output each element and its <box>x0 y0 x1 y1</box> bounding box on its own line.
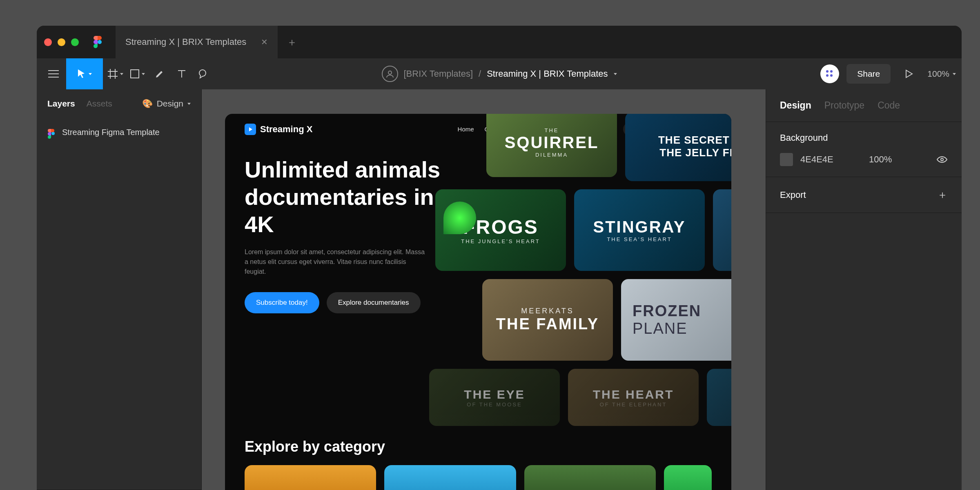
workspace: Layers Assets 🎨 Design Streaming Figma T… <box>37 89 962 490</box>
hero-body: Lorem ipsum dolor sit amet, consectetur … <box>245 247 428 277</box>
svg-point-14 <box>826 74 829 77</box>
tile-partial-2[interactable] <box>707 369 731 426</box>
category-card[interactable] <box>524 465 656 490</box>
cta-subscribe-button[interactable]: Subscribe today! <box>245 292 319 313</box>
text-tool[interactable] <box>172 64 191 83</box>
chevron-down-icon[interactable] <box>614 73 617 75</box>
add-export-icon[interactable]: ＋ <box>937 188 948 202</box>
figma-app-window: Streaming X | BRIX Templates ✕ ＋ <box>37 26 962 490</box>
play-icon <box>245 124 256 135</box>
file-tab[interactable]: Streaming X | BRIX Templates ✕ <box>116 26 278 58</box>
minimize-window-icon[interactable] <box>58 38 65 46</box>
tab-layers[interactable]: Layers <box>47 99 75 109</box>
palette-icon: 🎨 <box>142 99 153 109</box>
svg-rect-8 <box>131 70 139 78</box>
hero-title: Unlimited animals documentaries in 4K <box>245 156 465 238</box>
menu-icon[interactable] <box>44 64 63 83</box>
svg-point-15 <box>830 74 833 77</box>
page-selector[interactable]: 🎨 Design <box>142 99 191 109</box>
tile-stingray[interactable]: STINGRAY THE SEA'S HEART <box>574 189 705 271</box>
maximize-window-icon[interactable] <box>71 38 79 46</box>
tab-prototype[interactable]: Prototype <box>824 100 864 111</box>
background-label: Background <box>780 133 948 143</box>
present-icon[interactable] <box>900 64 918 83</box>
title-bar: Streaming X | BRIX Templates ✕ ＋ <box>37 26 962 58</box>
breadcrumb[interactable]: [BRIX Templates] / Streaming X | BRIX Te… <box>381 66 617 82</box>
left-panel: Layers Assets 🎨 Design Streaming Figma T… <box>37 89 202 490</box>
shape-tool[interactable] <box>128 64 147 83</box>
hero-section: Unlimited animals documentaries in 4K Lo… <box>225 136 731 438</box>
layer-row[interactable]: Streaming Figma Template <box>47 124 191 141</box>
svg-point-0 <box>98 40 102 44</box>
svg-point-12 <box>826 70 829 73</box>
left-panel-tabs: Layers Assets 🎨 Design <box>37 89 201 118</box>
svg-point-13 <box>830 70 833 73</box>
color-hex-input[interactable]: 4E4E4E <box>800 154 862 165</box>
tile-eye[interactable]: THE EYE OF THE MOOSE <box>429 369 560 426</box>
nav-home[interactable]: Home <box>458 126 474 133</box>
file-tab-title: Streaming X | BRIX Templates <box>125 37 246 47</box>
tile-partial-1[interactable] <box>713 189 731 271</box>
close-tab-icon[interactable]: ✕ <box>261 37 268 47</box>
visibility-toggle-icon[interactable] <box>936 155 948 164</box>
tab-code[interactable]: Code <box>878 100 900 111</box>
category-row <box>245 465 712 490</box>
comment-tool[interactable] <box>194 64 213 83</box>
frog-graphic <box>443 202 476 234</box>
user-avatar[interactable] <box>820 64 839 83</box>
team-avatar-icon <box>381 66 398 82</box>
inspector-panel: Design Prototype Code Background 4E4E4E … <box>766 89 962 490</box>
close-window-icon[interactable] <box>44 38 52 46</box>
tile-meerkats[interactable]: MEERKATS THE FAMILY <box>482 279 613 361</box>
breadcrumb-project: [BRIX Templates] <box>403 69 473 79</box>
move-tool[interactable] <box>66 58 103 89</box>
component-icon <box>47 128 56 137</box>
tile-squirrel[interactable]: THE SQUIRREL DILEMMA <box>486 114 617 177</box>
site-logo[interactable]: Streaming X <box>245 124 312 135</box>
canvas[interactable]: Streaming X Home Categories Documentarie… <box>202 89 766 490</box>
tab-design[interactable]: Design <box>780 100 811 111</box>
tile-frozen[interactable]: FROZEN PLANE <box>621 279 731 361</box>
layer-name: Streaming Figma Template <box>62 128 160 137</box>
category-card[interactable] <box>384 465 516 490</box>
explore-heading: Explore by category <box>245 438 712 455</box>
color-opacity-input[interactable]: 100% <box>869 154 902 165</box>
explore-section: Explore by category <box>225 438 731 490</box>
zoom-level[interactable]: 100% <box>927 69 956 79</box>
tile-elephant[interactable]: THE HEART OF THE ELEPHANT <box>568 369 699 426</box>
inspector-tabs: Design Prototype Code <box>766 89 962 122</box>
cta-explore-button[interactable]: Explore documentaries <box>327 292 421 313</box>
tile-jellyfish[interactable]: THE SECRET OF THE JELLY FISH <box>625 114 731 181</box>
tile-frogs[interactable]: FROGS THE JUNGLE'S HEART <box>435 189 566 271</box>
background-section: Background 4E4E4E 100% <box>766 122 962 177</box>
main-toolbar: [BRIX Templates] / Streaming X | BRIX Te… <box>37 58 962 89</box>
pen-tool[interactable] <box>150 64 169 83</box>
svg-point-11 <box>388 71 391 74</box>
export-label: Export <box>780 190 806 200</box>
breadcrumb-separator: / <box>479 69 481 79</box>
svg-point-16 <box>51 132 55 135</box>
category-card[interactable] <box>245 465 376 490</box>
logo-text: Streaming X <box>260 124 312 135</box>
svg-point-17 <box>941 158 943 161</box>
color-swatch[interactable] <box>780 153 793 166</box>
new-tab-button[interactable]: ＋ <box>287 35 297 49</box>
share-button[interactable]: Share <box>846 64 891 84</box>
layer-list: Streaming Figma Template <box>37 118 201 237</box>
toolbar-right: Share 100% <box>820 64 956 84</box>
tab-assets[interactable]: Assets <box>87 99 112 109</box>
background-row: 4E4E4E 100% <box>780 153 948 166</box>
category-card[interactable] <box>664 465 712 490</box>
window-controls <box>44 38 79 46</box>
breadcrumb-file: Streaming X | BRIX Templates <box>487 69 608 79</box>
design-frame[interactable]: Streaming X Home Categories Documentarie… <box>225 114 731 490</box>
frame-tool[interactable] <box>106 64 125 83</box>
export-section: Export ＋ <box>766 177 962 213</box>
figma-logo-icon[interactable] <box>92 36 103 48</box>
page-name: Design <box>157 99 183 109</box>
